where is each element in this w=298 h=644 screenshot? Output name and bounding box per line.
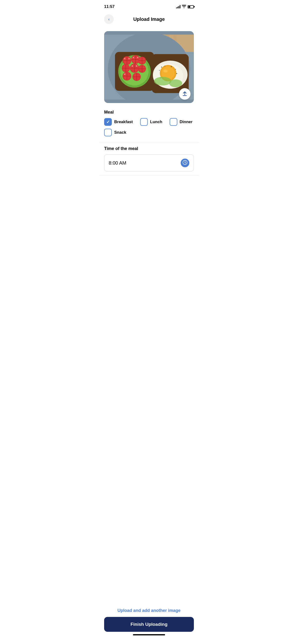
time-section: Time of the meal 8:00 AM — [99, 146, 199, 171]
svg-point-56 — [171, 66, 172, 67]
snack-checkbox[interactable] — [104, 129, 112, 136]
back-chevron-icon: ‹ — [108, 17, 110, 21]
divider-1 — [99, 142, 199, 142]
svg-point-59 — [176, 73, 177, 74]
clock-button[interactable] — [181, 158, 189, 167]
upload-arrow-icon — [182, 91, 187, 97]
breakfast-option[interactable]: ✓ Breakfast — [104, 118, 133, 126]
wifi-icon — [182, 5, 186, 9]
time-label: Time of the meal — [104, 146, 194, 151]
lunch-option[interactable]: Lunch — [140, 118, 163, 126]
dinner-option[interactable]: Dinner — [170, 118, 193, 126]
svg-point-13 — [128, 58, 129, 59]
svg-point-62 — [169, 79, 182, 87]
lunch-label: Lunch — [150, 120, 163, 124]
svg-point-42 — [124, 74, 125, 75]
signal-icon — [176, 5, 181, 8]
check-icon: ✓ — [106, 119, 110, 124]
svg-point-53 — [163, 70, 168, 72]
time-value: 8:00 AM — [109, 160, 126, 166]
snack-label: Snack — [114, 130, 126, 135]
dinner-label: Dinner — [180, 120, 193, 124]
food-image-container — [104, 31, 194, 103]
divider-2 — [99, 175, 199, 176]
page-title: Upload Image — [133, 16, 165, 22]
reupload-button[interactable] — [179, 88, 191, 100]
status-icons — [176, 5, 194, 9]
svg-point-57 — [175, 69, 176, 70]
battery-icon — [188, 5, 194, 8]
svg-point-33 — [136, 66, 137, 66]
meal-label: Meal — [104, 110, 194, 115]
header: ‹ Upload Image — [99, 12, 199, 26]
status-bar: 11:57 — [99, 0, 199, 12]
snack-option[interactable]: Snack — [104, 129, 126, 136]
clock-icon — [183, 160, 187, 166]
time-input[interactable]: 8:00 AM — [104, 154, 194, 171]
svg-point-12 — [124, 58, 125, 59]
meal-section: Meal ✓ Breakfast Lunch Dinner Snack — [99, 107, 199, 138]
svg-point-55 — [165, 66, 165, 66]
svg-point-18 — [133, 57, 134, 58]
dinner-checkbox[interactable] — [170, 118, 177, 126]
svg-point-58 — [159, 70, 160, 71]
svg-point-19 — [137, 57, 138, 58]
breakfast-label: Breakfast — [114, 120, 133, 124]
breakfast-checkbox[interactable]: ✓ — [104, 118, 112, 126]
lunch-checkbox[interactable] — [140, 118, 148, 126]
status-time: 11:57 — [104, 4, 114, 9]
svg-point-61 — [154, 77, 171, 86]
svg-point-54 — [161, 66, 162, 68]
svg-point-32 — [132, 66, 133, 66]
meal-options: ✓ Breakfast Lunch Dinner Snack — [104, 118, 194, 136]
svg-line-67 — [185, 162, 186, 163]
back-button[interactable]: ‹ — [104, 14, 114, 24]
